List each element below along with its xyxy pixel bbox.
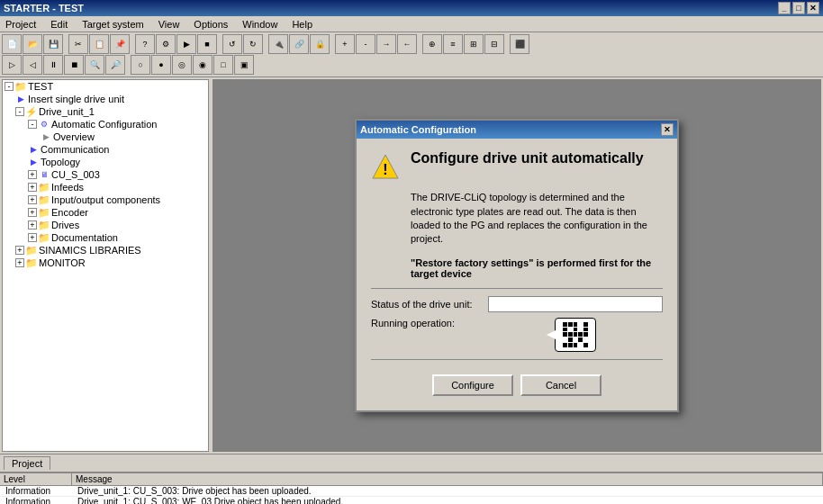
tree-item-drive-unit[interactable]: - ⚡ Drive_unit_1 xyxy=(3,105,208,118)
expand-docs[interactable]: + xyxy=(28,233,37,242)
tb-btn-16[interactable]: ⊞ xyxy=(464,34,484,54)
modal-close-button[interactable]: ✕ xyxy=(661,123,674,136)
tree-item-drives[interactable]: + 📁 Drives xyxy=(3,219,208,231)
tb-btn-17[interactable]: ⊟ xyxy=(484,34,504,54)
tree-item-documentation[interactable]: + 📁 Documentation xyxy=(3,231,208,244)
menu-bar: Project Edit Target system View Options … xyxy=(0,16,823,32)
tree-item-cu-s-003[interactable]: + 🖥 CU_S_003 xyxy=(3,168,208,181)
warning-icon: ! xyxy=(371,153,400,182)
tree-label-overview: Overview xyxy=(53,131,95,142)
configure-button[interactable]: Configure xyxy=(432,374,513,396)
tb-btn-10[interactable]: + xyxy=(335,34,355,54)
tb-btn-6[interactable]: ↻ xyxy=(243,34,263,54)
copy-button[interactable]: 📋 xyxy=(89,34,109,54)
expand-test[interactable]: - xyxy=(5,82,14,91)
tb2-btn-6[interactable]: 🔎 xyxy=(105,55,125,75)
tree-label-encoder: Encoder xyxy=(51,207,88,218)
project-tab[interactable]: Project xyxy=(4,456,50,470)
menu-options[interactable]: Options xyxy=(190,18,231,31)
maximize-button[interactable]: □ xyxy=(792,2,805,14)
menu-target-system[interactable]: Target system xyxy=(78,18,147,31)
tb2-btn-12[interactable]: ▣ xyxy=(234,55,254,75)
tb-btn-14[interactable]: ⊕ xyxy=(422,34,442,54)
tree-item-overview[interactable]: ▶ Overview xyxy=(3,130,208,143)
tb2-btn-3[interactable]: ⏸ xyxy=(43,55,63,75)
modal-separator xyxy=(371,288,663,289)
tree-label-infeeds: Infeeds xyxy=(51,182,84,193)
tb-btn-9[interactable]: 🔒 xyxy=(310,34,330,54)
tb2-btn-7[interactable]: ○ xyxy=(131,55,150,75)
tree-item-communication[interactable]: ▶ Communication xyxy=(3,143,208,156)
open-button[interactable]: 📂 xyxy=(23,34,42,54)
expand-sinamics[interactable]: + xyxy=(15,246,24,255)
expand-io[interactable]: + xyxy=(28,195,37,204)
tree-item-topology[interactable]: ▶ Topology xyxy=(3,156,208,168)
log-col-level: Level xyxy=(0,473,72,485)
app-title: STARTER - TEST xyxy=(4,3,84,14)
menu-edit[interactable]: Edit xyxy=(47,18,71,31)
tb-btn-12[interactable]: → xyxy=(376,34,396,54)
tb2-btn-5[interactable]: 🔍 xyxy=(85,55,104,75)
running-label: Running operation: xyxy=(371,318,488,328)
tb-btn-15[interactable]: ≡ xyxy=(443,34,463,54)
tree-label-drives: Drives xyxy=(51,220,79,230)
drive-unit-icon: ⚡ xyxy=(26,106,37,117)
tb-btn-8[interactable]: 🔗 xyxy=(289,34,309,54)
tb2-btn-2[interactable]: ◁ xyxy=(23,55,42,75)
tb-btn-11[interactable]: - xyxy=(356,34,375,54)
expand-cu[interactable]: + xyxy=(28,170,37,179)
tree-item-sinamics[interactable]: + 📁 SINAMICS LIBRARIES xyxy=(3,244,208,256)
close-button[interactable]: ✕ xyxy=(807,2,819,14)
monitor-icon: 📁 xyxy=(26,257,37,268)
tb-btn-13[interactable]: ← xyxy=(397,34,417,54)
tb2-btn-4[interactable]: ⏹ xyxy=(64,55,84,75)
log-row-1: Information Drive_unit_1: CU_S_003: Driv… xyxy=(0,486,823,497)
tree-item-encoder[interactable]: + 📁 Encoder xyxy=(3,206,208,219)
modal-content: ! Configure drive unit automatically The… xyxy=(357,139,677,410)
log-col-message: Message xyxy=(72,473,823,485)
tb-btn-2[interactable]: ⚙ xyxy=(156,34,176,54)
tb2-btn-11[interactable]: □ xyxy=(213,55,233,75)
tree-item-monitor[interactable]: + 📁 MONITOR xyxy=(3,256,208,269)
work-area: Automatic Configuration ✕ ! Configure d xyxy=(213,79,821,452)
tb-btn-18[interactable]: ⬛ xyxy=(510,34,529,54)
save-button[interactable]: 💾 xyxy=(43,34,63,54)
tb-btn-4[interactable]: ■ xyxy=(197,34,217,54)
cut-button[interactable]: ✂ xyxy=(68,34,88,54)
svg-text:!: ! xyxy=(383,162,387,177)
tb-btn-5[interactable]: ↺ xyxy=(222,34,242,54)
tb2-btn-10[interactable]: ◉ xyxy=(193,55,213,75)
tb-btn-1[interactable]: ? xyxy=(135,34,155,54)
tree-item-auto-config[interactable]: - ⚙ Automatic Configuration xyxy=(3,118,208,130)
tree-item-root[interactable]: - 📁 TEST xyxy=(3,80,208,93)
tb-btn-7[interactable]: 🔌 xyxy=(268,34,288,54)
expand-drive-unit[interactable]: - xyxy=(15,107,24,116)
modal-header: ! Configure drive unit automatically xyxy=(371,149,663,182)
tree-panel: - 📁 TEST ▶ Insert single drive unit - ⚡ … xyxy=(2,79,209,452)
tree-item-insert-drive[interactable]: ▶ Insert single drive unit xyxy=(3,93,208,105)
toolbar-area: 📄 📂 💾 ✂ 📋 📌 ? ⚙ ▶ ■ ↺ ↻ 🔌 🔗 🔒 + - → ← ⊕ … xyxy=(0,32,823,77)
tree-item-infeeds[interactable]: + 📁 Infeeds xyxy=(3,181,208,194)
tb2-btn-9[interactable]: ◎ xyxy=(172,55,192,75)
menu-view[interactable]: View xyxy=(155,18,184,31)
encoder-icon: 📁 xyxy=(39,207,50,218)
minimize-button[interactable]: _ xyxy=(778,2,791,14)
expand-monitor[interactable]: + xyxy=(15,258,24,267)
expand-infeeds[interactable]: + xyxy=(28,183,37,192)
tb2-btn-1[interactable]: ▷ xyxy=(2,55,22,75)
expand-auto-config[interactable]: - xyxy=(28,120,37,129)
root-folder-icon: 📁 xyxy=(15,81,26,92)
new-button[interactable]: 📄 xyxy=(2,34,22,54)
expand-encoder[interactable]: + xyxy=(28,208,37,217)
paste-button[interactable]: 📌 xyxy=(110,34,130,54)
menu-window[interactable]: Window xyxy=(239,18,281,31)
expand-drives[interactable]: + xyxy=(28,220,37,230)
title-bar: STARTER - TEST _ □ ✕ xyxy=(0,0,823,16)
tree-item-input-output[interactable]: + 📁 Input/output components xyxy=(3,194,208,206)
cancel-button[interactable]: Cancel xyxy=(520,374,601,396)
tb2-btn-8[interactable]: ● xyxy=(151,55,171,75)
tb-btn-3[interactable]: ▶ xyxy=(176,34,196,54)
menu-help[interactable]: Help xyxy=(288,18,316,31)
window-controls: _ □ ✕ xyxy=(778,2,819,14)
menu-project[interactable]: Project xyxy=(2,18,40,31)
